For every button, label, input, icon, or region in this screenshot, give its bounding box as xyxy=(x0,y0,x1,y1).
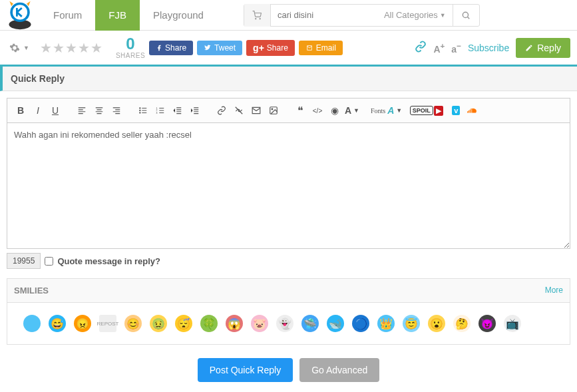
svg-point-13 xyxy=(272,108,273,110)
chevron-down-icon: ▼ xyxy=(440,12,446,19)
rating-stars: ★ ★ ★ ★ ★ xyxy=(40,40,102,56)
email-share-button[interactable]: Email xyxy=(299,41,343,55)
site-logo[interactable] xyxy=(0,0,40,31)
star-icon[interactable]: ★ xyxy=(40,40,52,56)
quote-options: 19955 Quote message in reply? xyxy=(7,253,570,269)
nav-fjb[interactable]: FJB xyxy=(95,0,140,31)
star-icon[interactable]: ★ xyxy=(53,40,65,56)
quick-reply-header: Quick Reply xyxy=(0,67,577,91)
bottom-buttons: Post Quick Reply Go Advanced xyxy=(7,345,570,392)
tw-label: Tweet xyxy=(214,43,236,53)
star-icon[interactable]: ★ xyxy=(91,40,102,56)
outdent-button[interactable] xyxy=(170,102,186,118)
soundcloud-button[interactable] xyxy=(465,102,481,118)
quote-checkbox[interactable] xyxy=(45,257,53,266)
smiley-icon[interactable]: 😊 xyxy=(124,315,142,332)
svg-point-7 xyxy=(140,110,140,110)
smiley-icon[interactable]: 🛸 xyxy=(301,315,319,332)
text-size-decrease[interactable]: a− xyxy=(451,41,461,55)
smiley-icon[interactable]: 😠 xyxy=(74,315,91,332)
reply-button[interactable]: Reply xyxy=(516,38,570,58)
post-quick-reply-button[interactable]: Post Quick Reply xyxy=(198,358,293,382)
align-left-button[interactable] xyxy=(74,102,90,118)
fonts-button[interactable]: Fonts xyxy=(371,102,385,118)
smiley-icon[interactable]: 😅 xyxy=(49,315,66,332)
smilies-grid: 😅 😠 REPOST 😊 🤢 😴 🍀 😱 🐷 👻 🛸 🐋 🔵 👑 😇 😮 🤔 😈… xyxy=(7,303,570,344)
vimeo-button[interactable]: v xyxy=(448,102,464,118)
mention-button[interactable]: ◉ xyxy=(327,102,343,118)
quick-reply-body: B I U 123 ❝ </ xyxy=(0,91,577,392)
category-dropdown[interactable]: All Categories ▼ xyxy=(377,10,453,20)
svg-text:3: 3 xyxy=(156,112,158,114)
shares-count: 0 SHARES xyxy=(116,36,145,59)
smiley-icon[interactable]: 👑 xyxy=(377,315,395,332)
reply-label: Reply xyxy=(537,43,561,53)
search-bar: All Categories ▼ xyxy=(244,4,480,27)
shares-label: SHARES xyxy=(116,52,145,59)
svg-point-5 xyxy=(463,12,469,17)
link-icon[interactable] xyxy=(415,41,427,55)
top-nav: Forum FJB Playground All Categories ▼ xyxy=(0,0,577,31)
link-button[interactable] xyxy=(214,102,230,118)
fb-label: Share xyxy=(165,43,186,53)
smiley-icon[interactable]: 😮 xyxy=(428,315,445,332)
nav-forum[interactable]: Forum xyxy=(40,0,95,31)
smiley-icon[interactable]: 😇 xyxy=(403,315,420,332)
smiley-icon[interactable]: 🐷 xyxy=(251,315,268,332)
smiley-icon[interactable]: 😈 xyxy=(479,315,496,332)
svg-point-2 xyxy=(13,5,27,19)
star-icon[interactable]: ★ xyxy=(78,40,90,56)
gp-label: Share xyxy=(267,43,288,53)
nav-playground[interactable]: Playground xyxy=(140,0,217,31)
font-size-button[interactable]: A▼ xyxy=(344,102,360,118)
align-right-button[interactable] xyxy=(108,102,124,118)
cart-icon[interactable] xyxy=(244,4,271,27)
search-button[interactable] xyxy=(453,4,479,27)
smiley-icon[interactable]: 😱 xyxy=(226,315,243,332)
twitter-share-button[interactable]: Tweet xyxy=(197,41,242,55)
facebook-share-button[interactable]: Share xyxy=(149,41,193,55)
reply-textarea[interactable] xyxy=(7,123,570,248)
post-id: 19955 xyxy=(7,253,41,269)
googleplus-share-button[interactable]: g+ Share xyxy=(246,40,295,56)
shares-number: 0 xyxy=(116,36,145,52)
image-button[interactable] xyxy=(266,102,282,118)
smiley-icon[interactable]: REPOST xyxy=(99,315,116,332)
youtube-button[interactable]: ▶ xyxy=(431,102,447,118)
italic-button[interactable]: I xyxy=(30,102,46,118)
smiley-icon[interactable]: 🍀 xyxy=(200,315,218,332)
text-size-increase[interactable]: A+ xyxy=(433,41,445,55)
quote-button[interactable]: ❝ xyxy=(292,102,308,118)
search-input[interactable] xyxy=(271,10,377,20)
font-color-button[interactable]: A▼ xyxy=(387,102,403,118)
thread-toolbar: ▼ ★ ★ ★ ★ ★ 0 SHARES Share Tweet g+ Shar… xyxy=(0,31,577,67)
spoiler-button[interactable]: SPOIL xyxy=(413,102,429,118)
smiley-icon[interactable]: 🤔 xyxy=(453,315,471,332)
smiley-icon[interactable]: 🤢 xyxy=(150,315,167,332)
smiley-icon[interactable]: 📺 xyxy=(504,315,521,332)
smilies-more-link[interactable]: More xyxy=(545,286,563,295)
bold-button[interactable]: B xyxy=(13,102,29,118)
smiley-icon[interactable]: 🐋 xyxy=(327,315,344,332)
email-button[interactable] xyxy=(248,102,264,118)
smilies-box: SMILIES More 😅 😠 REPOST 😊 🤢 😴 🍀 😱 🐷 👻 🛸 … xyxy=(7,278,570,345)
align-center-button[interactable] xyxy=(91,102,107,118)
unordered-list-button[interactable] xyxy=(135,102,151,118)
unlink-button[interactable] xyxy=(231,102,247,118)
editor-toolbar: B I U 123 ❝ </ xyxy=(7,98,570,123)
indent-button[interactable] xyxy=(187,102,203,118)
gear-icon[interactable]: ▼ xyxy=(7,40,32,56)
go-advanced-button[interactable]: Go Advanced xyxy=(299,358,379,382)
em-label: Email xyxy=(316,43,336,53)
smiley-icon[interactable]: 🔵 xyxy=(352,315,369,332)
star-icon[interactable]: ★ xyxy=(65,40,77,56)
ordered-list-button[interactable]: 123 xyxy=(152,102,168,118)
svg-point-3 xyxy=(256,18,256,19)
underline-button[interactable]: U xyxy=(47,102,63,118)
subscribe-link[interactable]: Subscribe xyxy=(468,43,509,53)
code-button[interactable]: </> xyxy=(309,102,325,118)
smiley-icon[interactable]: 😴 xyxy=(175,315,192,332)
smiley-icon[interactable]: 👻 xyxy=(276,315,293,332)
smiley-icon[interactable] xyxy=(23,315,41,332)
svg-point-4 xyxy=(260,18,260,19)
